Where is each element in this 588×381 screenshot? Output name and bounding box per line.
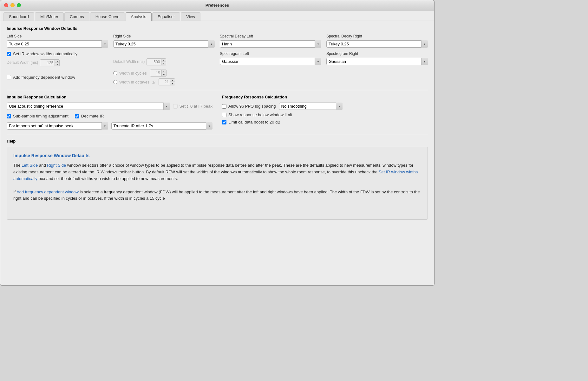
timing-ref-select[interactable]: Use acoustic timing reference — [7, 103, 170, 110]
cycles-down[interactable]: ▼ — [162, 73, 166, 76]
spectral-decay-right-col: Spectral Decay Right Tukey 0.25 — [326, 34, 428, 48]
tab-analysis[interactable]: Analysis — [126, 12, 152, 21]
sub-sample-checkbox[interactable] — [7, 114, 11, 118]
tab-equaliser[interactable]: Equaliser — [152, 12, 180, 21]
default-width-left-up[interactable]: ▲ — [55, 60, 59, 63]
add-freq-dependent-checkbox[interactable] — [7, 75, 11, 79]
decimate-ir-label: Decimate IR — [81, 114, 104, 118]
content-area: Impulse Response Window Defaults Left Si… — [0, 21, 434, 285]
set-t0-row: Set t=0 at IR peak — [173, 104, 212, 109]
help-content-title: Impulse Response Window Defaults — [13, 152, 421, 159]
default-width-right-input[interactable] — [147, 59, 161, 65]
default-width-left-label: Default Width (ms) — [7, 60, 38, 65]
add-freq-dependent-row: Add frequency dependent window — [7, 75, 108, 80]
maximize-button[interactable] — [17, 3, 21, 7]
left-side-select[interactable]: Tukey 0.25 — [7, 40, 108, 48]
help-text-1: The — [13, 163, 22, 168]
help-text-3: window selectors offer a choice of windo… — [13, 163, 413, 174]
help-text-5: If — [13, 190, 16, 194]
spectrogram-right-label: Spectrogram Right — [326, 51, 428, 56]
limit-cal-row: Limit cal data boost to 20 dB — [222, 120, 428, 124]
right-side-link[interactable]: Right Side — [47, 163, 66, 168]
tab-comms[interactable]: Comms — [64, 12, 89, 21]
tab-bar: Soundcard Mic/Meter Comms House Curve An… — [0, 10, 434, 21]
traffic-lights — [4, 3, 21, 7]
octaves-down[interactable]: ▼ — [170, 82, 175, 85]
show-response-row: Show response below window limit — [222, 112, 428, 117]
help-box[interactable]: Impulse Response Window Defaults The Lef… — [7, 147, 428, 220]
spectrogram-left-select-wrapper: Gaussian — [220, 58, 321, 65]
decimate-ir-checkbox[interactable] — [75, 114, 79, 118]
octaves-up[interactable]: ▲ — [170, 79, 175, 82]
ir-window-defaults-section: Impulse Response Window Defaults Left Si… — [7, 26, 428, 90]
add-fdw-link[interactable]: Add frequency dependent window — [16, 190, 79, 194]
right-side-col: Right Side Tukey 0.25 — [113, 34, 215, 48]
help-paragraph-2: If Add frequency dependent window is sel… — [13, 189, 421, 202]
ir-calculation-title: Impulse Response Calculation — [7, 95, 212, 99]
minimize-button[interactable] — [10, 3, 15, 7]
spectrogram-right-select-wrapper: Gaussian — [326, 58, 428, 65]
left-side-label: Left Side — [7, 34, 108, 38]
width-in-cycles-label: Width in cycles — [119, 71, 147, 76]
width-in-octaves-input[interactable] — [159, 79, 170, 85]
imports-select[interactable]: For imports set t=0 at impulse peak — [7, 122, 108, 130]
truncate-select[interactable]: Truncate IR after 1.7s — [111, 122, 213, 130]
default-width-left-down[interactable]: ▼ — [55, 63, 59, 66]
width-in-cycles-radio[interactable] — [113, 71, 117, 75]
left-side-link[interactable]: Left Side — [22, 163, 38, 168]
spectral-decay-left-label: Spectral Decay Left — [220, 34, 321, 38]
spectral-decay-right-select-wrapper: Tukey 0.25 — [326, 40, 428, 48]
set-ir-window-auto-row: Set IR window widths automatically — [7, 51, 108, 56]
set-ir-window-auto-checkbox[interactable] — [7, 52, 11, 56]
right-side-label: Right Side — [113, 34, 215, 38]
truncate-select-wrapper: Truncate IR after 1.7s — [111, 122, 213, 130]
width-in-octaves-spinner: ▲ ▼ — [159, 78, 175, 85]
show-response-checkbox[interactable] — [222, 113, 226, 117]
window-title: Preferences — [206, 3, 229, 8]
spectral-decay-right-label: Spectral Decay Right — [326, 34, 428, 38]
width-in-octaves-radio[interactable] — [113, 80, 117, 84]
tab-view[interactable]: View — [181, 12, 200, 21]
spectral-decay-left-select[interactable]: Hann — [220, 40, 321, 48]
limit-cal-checkbox[interactable] — [222, 120, 226, 124]
default-width-right-up[interactable]: ▲ — [161, 59, 166, 62]
help-text-4: box and set the default widths you wish … — [37, 176, 178, 181]
add-freq-dependent-label: Add frequency dependent window — [13, 75, 75, 80]
left-side-col: Left Side Tukey 0.25 — [7, 34, 108, 48]
spectrogram-left-select[interactable]: Gaussian — [220, 58, 321, 65]
width-in-cycles-spinner: ▲ ▼ — [150, 70, 167, 77]
show-response-label: Show response below window limit — [228, 112, 292, 117]
title-bar: Preferences — [0, 0, 434, 10]
cycles-up[interactable]: ▲ — [162, 70, 166, 73]
timing-ref-select-wrapper: Use acoustic timing reference — [7, 103, 170, 110]
tab-soundcard[interactable]: Soundcard — [3, 12, 34, 21]
spectrogram-right-select[interactable]: Gaussian — [326, 58, 428, 65]
freq-response-calculation-col: Frequency Response Calculation Allow 96 … — [222, 95, 428, 130]
help-paragraph-1: The Left Side and Right Side window sele… — [13, 162, 421, 182]
default-width-right-label: Default Width (ms) — [113, 59, 145, 64]
right-side-select[interactable]: Tukey 0.25 — [113, 40, 215, 48]
spectrogram-right-col: Spectrogram Right Gaussian — [326, 51, 428, 65]
default-width-left-input[interactable] — [40, 60, 55, 66]
set-t0-checkbox[interactable] — [173, 104, 178, 109]
smoothing-select[interactable]: No smoothing — [279, 103, 343, 110]
spectral-decay-left-select-wrapper: Hann — [220, 40, 321, 48]
smoothing-select-wrapper: No smoothing — [279, 103, 343, 110]
calculation-sections: Impulse Response Calculation Use acousti… — [7, 95, 428, 134]
sub-sample-label: Sub-sample timing adjustment — [13, 114, 69, 118]
width-in-octaves-prefix: 1/ — [152, 80, 155, 84]
default-width-right-down[interactable]: ▼ — [161, 62, 166, 65]
decimate-ir-row: Decimate IR — [75, 114, 104, 118]
help-title: Help — [7, 139, 428, 144]
close-button[interactable] — [4, 3, 8, 7]
tab-house-curve[interactable]: House Curve — [90, 12, 125, 21]
allow-96-ppo-checkbox[interactable] — [222, 104, 226, 109]
spectral-decay-right-select[interactable]: Tukey 0.25 — [326, 40, 428, 48]
spectrogram-left-col: Spectrogram Left Gaussian — [220, 51, 321, 65]
default-width-left-spinner-buttons: ▲ ▼ — [55, 60, 59, 66]
width-in-cycles-input[interactable] — [150, 70, 161, 76]
spectrogram-left-label: Spectrogram Left — [220, 51, 321, 56]
width-in-octaves-label: Width in octaves — [119, 80, 149, 84]
width-in-octaves-row: Width in octaves 1/ ▲ ▼ — [113, 78, 215, 85]
tab-mic-meter[interactable]: Mic/Meter — [35, 12, 64, 21]
